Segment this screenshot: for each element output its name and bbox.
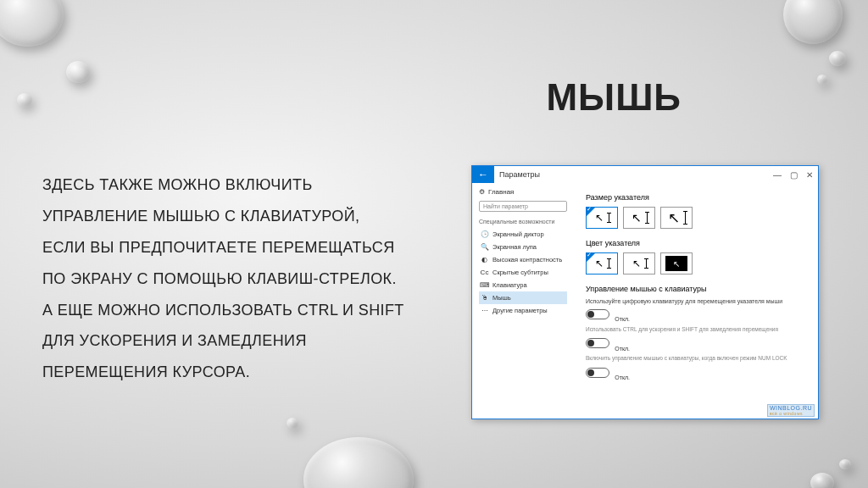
cursor-icon: ↖ <box>668 211 680 225</box>
sidebar-item-keyboard[interactable]: ⌨ Клавиатура <box>479 279 567 291</box>
magnifier-icon: 🔍 <box>481 243 488 251</box>
sidebar-item-label: Высокая контрастность <box>492 256 562 263</box>
pointer-size-medium[interactable]: ↖ <box>623 207 655 229</box>
waterdrop <box>17 93 32 107</box>
toggle-state: Откл. <box>615 374 630 380</box>
ibeam-icon <box>646 258 647 269</box>
gear-icon: ⚙ <box>479 188 485 196</box>
numlock-desc: Включить управление мышью с клавиатуры, … <box>586 355 806 362</box>
ibeam-icon <box>609 258 609 269</box>
waterdrop <box>839 459 851 469</box>
pointer-color-white[interactable]: ↖ <box>586 252 618 274</box>
cursor-icon: ↖ <box>632 258 641 269</box>
home-label: Главная <box>488 188 514 196</box>
settings-window: ← Параметры — ▢ ✕ ⚙ Главная Найти параме… <box>471 165 819 419</box>
waterdrop <box>303 437 414 488</box>
sidebar-section-label: Специальные возможности <box>479 219 567 225</box>
pointer-color-heading: Цвет указателя <box>586 239 806 247</box>
toggle-state: Откл. <box>615 316 630 322</box>
maximize-icon[interactable]: ▢ <box>790 170 798 180</box>
cursor-icon: ↖ <box>595 213 604 223</box>
settings-content: Размер указателя ↖ ↖ ↖ Цвет указателя <box>574 183 818 419</box>
more-icon: ⋯ <box>481 307 488 314</box>
sidebar-item-label: Другие параметры <box>492 307 548 314</box>
ibeam-icon <box>609 213 609 223</box>
ibeam-icon <box>685 211 686 225</box>
numlock-toggle[interactable] <box>586 368 609 378</box>
cursor-icon: ↖ <box>595 258 604 269</box>
window-title: Параметры <box>499 170 768 179</box>
watermark-text: WINBLOG.RU <box>770 405 812 411</box>
sidebar: ⚙ Главная Найти параметр Специальные воз… <box>472 183 574 419</box>
waterdrop <box>817 75 827 84</box>
sidebar-item-mouse[interactable]: 🖱 Мышь <box>479 291 567 304</box>
close-icon[interactable]: ✕ <box>806 170 813 180</box>
sidebar-item-label: Экранный диктор <box>492 230 544 238</box>
pointer-size-options: ↖ ↖ ↖ <box>586 207 806 229</box>
mouse-keys-toggle[interactable] <box>586 309 609 319</box>
contrast-icon: ◐ <box>481 256 488 263</box>
sidebar-item-label: Скрытые субтитры <box>492 269 548 276</box>
pointer-size-small[interactable]: ↖ <box>586 207 618 229</box>
waterdrop <box>810 473 834 488</box>
sidebar-item-label: Экранная лупа <box>492 243 537 251</box>
mouse-keys-heading: Управление мышью с клавиатуры <box>586 285 806 293</box>
narrator-icon: 🕒 <box>481 230 488 238</box>
waterdrop <box>287 418 298 429</box>
sidebar-item-label: Клавиатура <box>492 281 527 289</box>
sidebar-item-captions[interactable]: Cc Скрытые субтитры <box>479 266 567 279</box>
search-input[interactable]: Найти параметр <box>479 201 567 212</box>
pointer-color-options: ↖ ↖ ↖ <box>586 252 806 274</box>
window-titlebar: ← Параметры — ▢ ✕ <box>472 166 818 183</box>
keyboard-icon: ⌨ <box>481 281 488 289</box>
pointer-size-large[interactable]: ↖ <box>660 207 693 229</box>
ctrl-shift-toggle[interactable] <box>586 338 609 348</box>
sidebar-item-narrator[interactable]: 🕒 Экранный диктор <box>479 228 567 241</box>
pointer-size-heading: Размер указателя <box>586 193 806 202</box>
cursor-icon: ↖ <box>673 259 680 269</box>
pointer-color-black[interactable]: ↖ <box>623 252 655 274</box>
pointer-color-invert[interactable]: ↖ <box>660 252 693 274</box>
mouse-icon: 🖱 <box>481 294 488 302</box>
ctrl-shift-desc: Использовать CTRL для ускорения и SHIFT … <box>586 326 806 333</box>
page-title: МЫШЬ <box>546 76 682 119</box>
body-paragraph: ЗДЕСЬ ТАКЖЕ МОЖНО ВКЛЮЧИТЬ УПРАВЛЕНИЕ МЫ… <box>42 169 407 388</box>
sidebar-item-label: Мышь <box>492 294 511 302</box>
minimize-icon[interactable]: — <box>773 170 782 180</box>
watermark: WINBLOG.RU всё о windows <box>767 404 815 417</box>
watermark-sub: всё о windows <box>770 411 812 416</box>
sidebar-item-contrast[interactable]: ◐ Высокая контрастность <box>479 253 567 266</box>
sidebar-item-other[interactable]: ⋯ Другие параметры <box>479 304 567 317</box>
back-button[interactable]: ← <box>472 166 494 183</box>
ibeam-icon <box>647 212 648 224</box>
waterdrop <box>0 0 64 47</box>
cursor-icon: ↖ <box>632 212 642 224</box>
home-link[interactable]: ⚙ Главная <box>479 188 567 196</box>
waterdrop <box>783 0 843 44</box>
mouse-keys-desc: Используйте цифровую клавиатуру для пере… <box>586 298 806 304</box>
captions-icon: Cc <box>481 269 488 276</box>
sidebar-item-magnifier[interactable]: 🔍 Экранная лупа <box>479 241 567 253</box>
waterdrop <box>66 61 90 83</box>
toggle-state: Откл. <box>615 346 630 352</box>
waterdrop <box>829 51 846 66</box>
